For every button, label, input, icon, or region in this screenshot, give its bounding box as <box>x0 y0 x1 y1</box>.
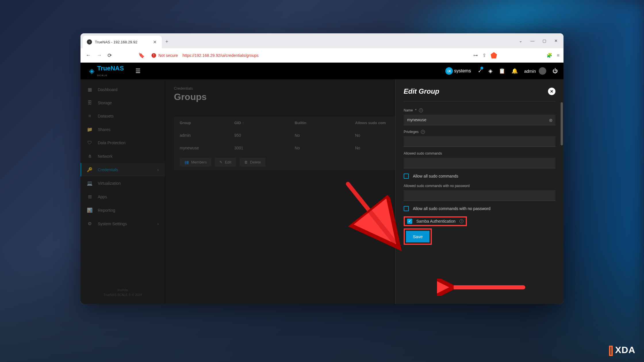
sidebar-item-label: Credentials <box>98 167 118 172</box>
header-gid[interactable]: GID↑ <box>234 121 295 125</box>
header-group[interactable]: Group <box>180 121 234 125</box>
hamburger-menu-icon[interactable]: ☰ <box>135 68 141 74</box>
edit-button[interactable]: ✎Edit <box>215 158 236 167</box>
chevron-right-icon: › <box>157 222 159 226</box>
sidebar: ▦Dashboard 🗄Storage ≡Datasets 📁Shares 🛡D… <box>80 79 165 304</box>
maximize-icon[interactable]: ▢ <box>543 38 546 43</box>
key-icon: 🔑 <box>87 167 93 172</box>
menu-icon[interactable]: ≡ <box>557 53 559 58</box>
sidebar-item-credentials[interactable]: 🔑Credentials› <box>80 163 165 176</box>
tab-title: TrueNAS - 192.168.29.92 <box>95 40 149 44</box>
checkbox-unchecked-icon[interactable] <box>404 174 409 179</box>
people-icon: 👥 <box>184 160 189 164</box>
name-field[interactable] <box>404 115 555 125</box>
checkbox-unchecked-icon[interactable] <box>404 206 409 211</box>
header-builtin[interactable]: Builtin <box>295 121 355 125</box>
notifications-icon[interactable]: 🔔 <box>511 68 518 74</box>
panel-close-icon[interactable]: ✕ <box>548 88 555 95</box>
cell-gid: 3001 <box>234 146 295 150</box>
trash-icon: 🗑 <box>244 160 248 164</box>
checkbox-checked-icon[interactable] <box>407 219 412 224</box>
tab-dropdown-icon[interactable]: ⌄ <box>519 38 522 43</box>
help-icon[interactable]: ? <box>459 219 463 223</box>
logo-cube-icon: ◈ <box>89 67 94 75</box>
edit-group-panel: Edit Group ✕ Name* ? ⊗ Privileges ? Allo… <box>395 79 564 304</box>
not-secure-icon: ! <box>152 53 156 58</box>
samba-auth-row[interactable]: Samba Authentication ? <box>407 219 463 224</box>
bookmark-icon[interactable]: 🔖 <box>137 51 146 60</box>
url-field[interactable]: ! Not secure https://192.168.29.92/ui/cr… <box>149 53 470 58</box>
browser-tab[interactable]: TrueNAS - 192.168.29.92 ✕ <box>83 36 162 48</box>
annotation-highlight: Save <box>404 228 432 245</box>
cell-gid: 950 <box>234 133 295 138</box>
apps-icon: ⊞ <box>87 194 93 199</box>
sidebar-item-label: Virtualization <box>98 181 121 186</box>
sidebar-item-label: Data Protection <box>98 140 126 145</box>
app-body: ▦Dashboard 🗄Storage ≡Datasets 📁Shares 🛡D… <box>80 79 564 304</box>
sidebar-item-virtualization[interactable]: 💻Virtualization <box>80 176 165 190</box>
privileges-field[interactable] <box>404 136 555 147</box>
sidebar-item-label: Shares <box>98 127 110 132</box>
not-secure-text: Not secure <box>158 53 178 58</box>
power-icon[interactable]: ⏻ <box>553 68 558 74</box>
layers-icon[interactable]: ◈ <box>488 68 492 74</box>
window-controls: ⌄ — ▢ ✕ <box>519 33 561 48</box>
allowed-sudo-label: Allowed sudo commands <box>404 151 555 155</box>
sidebar-item-dataprotection[interactable]: 🛡Data Protection <box>80 136 165 149</box>
ix-badge-icon: iX <box>445 67 453 75</box>
security-indicator[interactable]: ! Not secure <box>152 53 178 58</box>
sidebar-item-reporting[interactable]: 📊Reporting <box>80 203 165 217</box>
sidebar-footer: truenas TrueNAS SCALE ® © 2024 <box>80 285 165 301</box>
sidebar-item-datasets[interactable]: ≡Datasets <box>80 109 165 123</box>
panel-title: Edit Group <box>404 87 439 95</box>
storage-icon: 🗄 <box>87 100 93 105</box>
key-icon[interactable]: ⊶ <box>473 53 478 58</box>
xda-text: XDA <box>615 345 635 355</box>
user-menu[interactable]: admin <box>524 67 546 75</box>
pencil-icon: ✎ <box>219 160 223 164</box>
help-icon[interactable]: ? <box>421 130 425 134</box>
help-icon[interactable]: ? <box>419 108 423 112</box>
truenas-logo[interactable]: ◈ TrueNAS SCALE <box>89 65 124 77</box>
cell-group: mynewuse <box>180 146 234 150</box>
back-icon[interactable]: ← <box>85 51 92 59</box>
header-icons: ✓ ◈ 📋 🔔 admin ⏻ <box>478 67 558 75</box>
extensions-icon[interactable]: 🧩 <box>547 53 552 58</box>
clear-icon[interactable]: ⊗ <box>549 117 553 123</box>
scrollbar[interactable] <box>561 102 563 145</box>
logo-text: TrueNAS <box>97 65 124 72</box>
save-button[interactable]: Save <box>406 231 430 242</box>
delete-button[interactable]: 🗑Delete <box>239 158 266 167</box>
new-tab-button[interactable]: + <box>165 39 168 45</box>
sidebar-item-systemsettings[interactable]: ⚙System Settings› <box>80 217 165 230</box>
members-button[interactable]: 👥Members <box>180 158 211 167</box>
dashboard-icon: ▦ <box>87 87 93 92</box>
ixsystems-logo[interactable]: iX systems <box>445 67 471 75</box>
share-icon[interactable]: ⇪ <box>482 53 486 58</box>
sidebar-item-dashboard[interactable]: ▦Dashboard <box>80 83 165 96</box>
allow-all-sudo-nopw-row[interactable]: Allow all sudo commands with no password <box>404 206 555 211</box>
chevron-right-icon: › <box>157 167 159 172</box>
clipboard-icon[interactable]: 📋 <box>499 68 505 74</box>
cell-group: admin <box>180 133 234 138</box>
sidebar-item-apps[interactable]: ⊞Apps <box>80 190 165 203</box>
admin-label: admin <box>524 69 536 74</box>
sidebar-item-shares[interactable]: 📁Shares <box>80 123 165 136</box>
close-window-icon[interactable]: ✕ <box>554 38 558 43</box>
minimize-icon[interactable]: — <box>530 38 534 43</box>
forward-icon: → <box>95 51 103 59</box>
tab-close-icon[interactable]: ✕ <box>152 39 158 45</box>
brave-shields-icon[interactable] <box>491 52 497 59</box>
xda-watermark: [ ] XDA <box>608 344 635 356</box>
sidebar-item-network[interactable]: ⋔Network <box>80 149 165 163</box>
sidebar-item-label: Dashboard <box>98 87 118 92</box>
allowed-sudo-nopw-field[interactable] <box>404 190 555 201</box>
reload-icon[interactable]: ⟳ <box>106 51 113 60</box>
sidebar-item-storage[interactable]: 🗄Storage <box>80 96 165 109</box>
status-check-icon[interactable]: ✓ <box>478 68 482 74</box>
checkbox-label: Allow all sudo commands <box>413 174 458 178</box>
allowed-sudo-field[interactable] <box>404 158 555 168</box>
allow-all-sudo-row[interactable]: Allow all sudo commands <box>404 174 555 179</box>
cell-builtin: No <box>295 133 355 138</box>
footer-line-2: TrueNAS SCALE ® © 2024 <box>87 292 159 298</box>
